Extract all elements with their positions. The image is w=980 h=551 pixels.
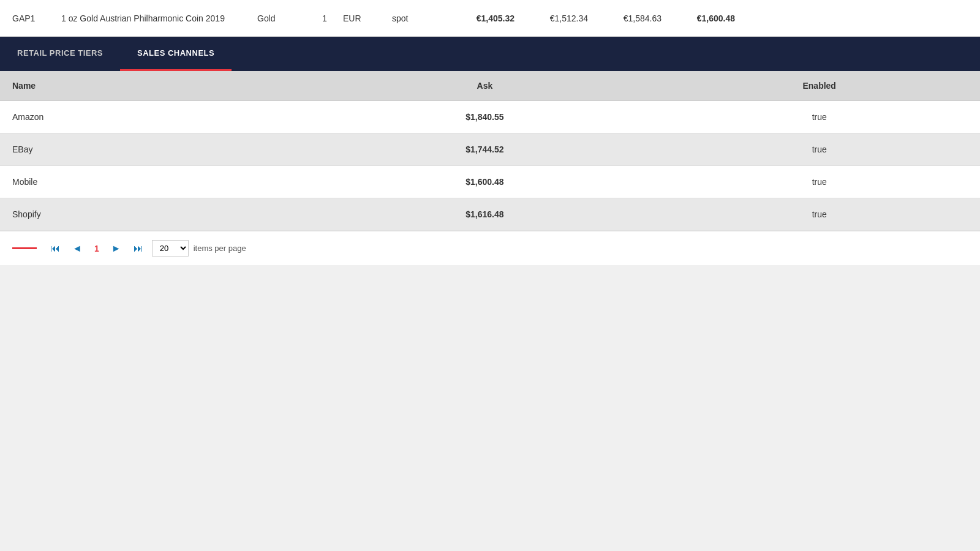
row-ask: $1,840.55 xyxy=(311,101,658,133)
row-name: Amazon xyxy=(0,101,311,133)
col-header-name: Name xyxy=(0,71,311,101)
row-enabled: true xyxy=(658,101,980,133)
table-row: Shopify $1,616.48 true xyxy=(0,198,980,231)
first-page-button[interactable]: ⏮ xyxy=(47,242,64,255)
table-header-row: Name Ask Enabled xyxy=(0,71,980,101)
product-name: 1 oz Gold Austrian Philharmonic Coin 201… xyxy=(61,13,257,23)
tab-sales-channels[interactable]: SALES CHANNELS xyxy=(120,37,232,71)
table-row: Mobile $1,600.48 true xyxy=(0,166,980,198)
product-ask2: €1,584.63 xyxy=(588,13,662,23)
last-page-button[interactable]: ⏭ xyxy=(130,242,147,255)
per-page-select[interactable]: 102050100 xyxy=(152,240,189,257)
pagination-separator xyxy=(12,247,37,249)
row-ask: $1,744.52 xyxy=(311,133,658,166)
col-header-ask: Ask xyxy=(311,71,658,101)
row-enabled: true xyxy=(658,133,980,166)
product-row: GAP1 1 oz Gold Austrian Philharmonic Coi… xyxy=(0,0,980,37)
col-header-enabled: Enabled xyxy=(658,71,980,101)
product-sku: GAP1 xyxy=(12,13,61,23)
tab-retail-price-tiers[interactable]: RETAIL PRICE TIERS xyxy=(0,37,120,71)
next-page-button[interactable]: ► xyxy=(108,242,125,255)
product-qty: 1 xyxy=(306,13,343,23)
product-ask3: €1,600.48 xyxy=(662,13,735,23)
product-bid: €1,405.32 xyxy=(441,13,514,23)
product-price-type: spot xyxy=(392,13,441,23)
table-row: EBay $1,744.52 true xyxy=(0,133,980,166)
product-ask1: €1,512.34 xyxy=(514,13,588,23)
table-row: Amazon $1,840.55 true xyxy=(0,101,980,133)
row-ask: $1,600.48 xyxy=(311,166,658,198)
row-enabled: true xyxy=(658,198,980,231)
row-ask: $1,616.48 xyxy=(311,198,658,231)
sales-channels-table-section: Name Ask Enabled Amazon $1,840.55 true E… xyxy=(0,71,980,265)
row-name: EBay xyxy=(0,133,311,166)
prev-page-button[interactable]: ◄ xyxy=(69,242,86,255)
pagination-bar: ⏮ ◄ 1 ► ⏭ 102050100 items per page xyxy=(0,231,980,265)
row-name: Mobile xyxy=(0,166,311,198)
row-enabled: true xyxy=(658,166,980,198)
sales-channels-table: Name Ask Enabled Amazon $1,840.55 true E… xyxy=(0,71,980,231)
row-name: Shopify xyxy=(0,198,311,231)
product-metal: Gold xyxy=(257,13,306,23)
tabs-bar: RETAIL PRICE TIERS SALES CHANNELS xyxy=(0,37,980,71)
items-per-page-label: items per page xyxy=(194,244,246,253)
product-currency: EUR xyxy=(343,13,392,23)
current-page: 1 xyxy=(91,244,103,253)
